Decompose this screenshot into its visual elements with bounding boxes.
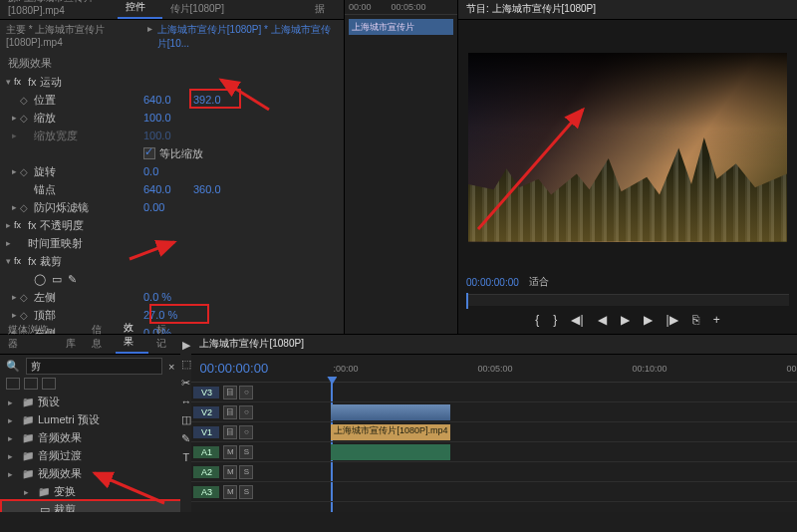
zoom-fit[interactable]: 适合: [529, 275, 549, 289]
mask-pen-icon[interactable]: ✎: [68, 273, 77, 286]
anchor-y[interactable]: 360.0: [193, 183, 243, 195]
prop-crop-left[interactable]: 左侧0.0 %: [2, 288, 342, 306]
rotation-value[interactable]: 0.0: [143, 165, 193, 177]
crop-right-value[interactable]: 0.0 %: [143, 327, 171, 334]
tool-slip[interactable]: ↔: [180, 396, 191, 407]
tab-source[interactable]: 源: 上海城市宣传片[1080P].mp4: [0, 0, 118, 19]
step-back-button[interactable]: ◀: [598, 313, 607, 327]
anchor-x[interactable]: 640.0: [143, 183, 193, 195]
mini-ruler-1: 00:05:00: [392, 2, 426, 12]
tree-audio-fx[interactable]: 音频效果: [0, 428, 180, 446]
filter-icon-1[interactable]: [6, 378, 20, 390]
program-scrubber[interactable]: [466, 294, 789, 306]
mini-clip[interactable]: 上海城市宣传片[1080P].mp4: [349, 19, 453, 35]
mask-ellipse-icon[interactable]: ◯: [34, 273, 46, 286]
prop-antiflicker[interactable]: 防闪烁滤镜0.00: [2, 198, 342, 216]
tree-audio-trans[interactable]: 音频过渡: [0, 446, 180, 464]
tree-video-fx[interactable]: 视频效果: [0, 464, 180, 482]
program-timecode[interactable]: 00:00:00:00: [466, 277, 519, 288]
search-icon: 🔍: [6, 360, 20, 373]
source-tab-bar: 源: 上海城市宣传片[1080P].mp4 效果控件 音频剪辑混合器: 上海城市…: [0, 0, 344, 20]
tool-track-select[interactable]: ⬚: [181, 358, 191, 371]
transport-controls: { } ◀| ◀ ▶ ▶ |▶ ⎘ +: [458, 306, 797, 334]
crop-group[interactable]: fxfx 裁剪: [2, 252, 342, 270]
track-a1[interactable]: A1MS: [191, 442, 331, 462]
tool-rect[interactable]: ◫: [181, 413, 191, 426]
flicker-value[interactable]: 0.00: [143, 201, 193, 213]
tool-type[interactable]: T: [183, 451, 190, 463]
position-y[interactable]: 392.0: [193, 94, 243, 106]
prop-rotation[interactable]: 旋转0.0: [2, 162, 342, 180]
program-viewer[interactable]: [468, 53, 787, 242]
timeline-ruler[interactable]: :00:0000:05:0000:10:0000:15:00: [331, 364, 797, 374]
prop-scale-width: 缩放宽度100.0: [2, 127, 342, 144]
tree-presets[interactable]: 预设: [0, 393, 180, 410]
project-browser: 媒体浏览器 库 信息 效果 标记 🔍 × 预设 Lumetri 预设 音频效果 …: [0, 335, 180, 512]
tree-crop-effect[interactable]: ▭裁剪: [0, 500, 180, 512]
mask-rect-icon[interactable]: ▭: [52, 273, 62, 286]
timeline-timecode[interactable]: 00:00:00:00: [191, 361, 331, 376]
track-v1[interactable]: V1目○: [191, 422, 331, 442]
effect-timeline: 00:0000:05:00 上海城市宣传片[1080P].mp4: [344, 0, 457, 334]
go-in-button[interactable]: ◀|: [571, 313, 583, 327]
step-fwd-button[interactable]: ▶: [644, 313, 653, 327]
crop-left-value[interactable]: 0.0 %: [143, 291, 171, 303]
mark-in-button[interactable]: {: [535, 313, 539, 327]
timeline-tab[interactable]: 上海城市宣传片[1080P]: [191, 334, 311, 354]
tree-lumetri[interactable]: Lumetri 预设: [0, 410, 180, 428]
timeline-lanes[interactable]: 上海城市宣传片[1080P].mp4: [331, 383, 797, 512]
time-remap-group[interactable]: 时间重映射: [2, 234, 342, 252]
mini-ruler-0: 00:00: [349, 2, 372, 12]
prop-scale[interactable]: 缩放100.0: [2, 109, 342, 127]
track-v3[interactable]: V3目○: [191, 383, 331, 402]
prop-crop-right[interactable]: 右侧0.0 %: [2, 324, 342, 334]
export-frame-button[interactable]: ⎘: [692, 313, 699, 327]
tool-selection[interactable]: ▶: [182, 339, 190, 352]
tree-transform[interactable]: 变换: [0, 482, 180, 500]
uniform-scale-checkbox[interactable]: [143, 147, 155, 159]
clip-path-primary: 主要 * 上海城市宣传片[1080P].mp4: [6, 23, 142, 51]
prop-crop-top[interactable]: 顶部27.0 %: [2, 306, 342, 324]
uniform-scale-label: 等比缩放: [159, 146, 203, 161]
tab-effect-controls[interactable]: 效果控件: [118, 0, 162, 19]
clip-path-sequence[interactable]: 上海城市宣传片[1080P] * 上海城市宣传片[10...: [157, 23, 338, 51]
clip-v1[interactable]: 上海城市宣传片[1080P].mp4: [331, 424, 450, 440]
mark-out-button[interactable]: }: [553, 313, 557, 327]
prop-position[interactable]: 位置 640.0 392.0: [2, 91, 342, 109]
play-button[interactable]: ▶: [621, 313, 630, 327]
effect-controls-panel: 源: 上海城市宣传片[1080P].mp4 效果控件 音频剪辑混合器: 上海城市…: [0, 0, 344, 334]
program-monitor: 节目: 上海城市宣传片[1080P] 00:00:00:00 适合 { } ◀|…: [457, 0, 797, 334]
effects-search-input[interactable]: [26, 358, 162, 375]
motion-group[interactable]: fxfx 运动: [2, 73, 342, 91]
tool-pen[interactable]: ✎: [181, 432, 190, 445]
clip-v2[interactable]: [331, 404, 450, 420]
track-v2[interactable]: V2目○: [191, 402, 331, 422]
tab-metadata[interactable]: 元数据: [307, 0, 344, 19]
crop-top-value[interactable]: 27.0 %: [143, 309, 177, 321]
scale-value[interactable]: 100.0: [143, 112, 193, 124]
filter-icon-3[interactable]: [42, 378, 56, 390]
section-video-effects: 视频效果: [0, 54, 344, 73]
tool-razor[interactable]: ✂: [181, 377, 190, 390]
track-a2[interactable]: A2MS: [191, 462, 331, 482]
go-out-button[interactable]: |▶: [666, 313, 678, 327]
add-button[interactable]: +: [713, 313, 720, 327]
prop-anchor[interactable]: 锚点640.0360.0: [2, 180, 342, 198]
filter-icon-2[interactable]: [24, 378, 38, 390]
timeline-panel: 上海城市宣传片[1080P] 00:00:00:00 :00:0000:05:0…: [191, 335, 797, 512]
track-a3[interactable]: A3MS: [191, 482, 331, 502]
tab-libraries[interactable]: 库: [58, 334, 84, 354]
opacity-group[interactable]: fxfx 不透明度: [2, 216, 342, 234]
tab-program[interactable]: 节目: 上海城市宣传片[1080P]: [458, 0, 604, 19]
tab-audio-mixer[interactable]: 音频剪辑混合器: 上海城市宣传片[1080P]: [162, 0, 307, 19]
position-x[interactable]: 640.0: [143, 94, 193, 106]
clear-search-button[interactable]: ×: [168, 361, 174, 373]
clip-a1[interactable]: [331, 444, 450, 460]
